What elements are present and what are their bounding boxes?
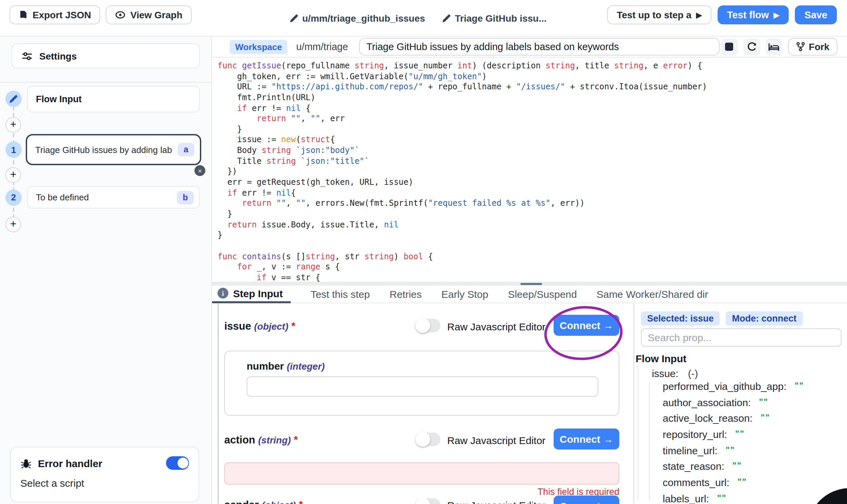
raw-js-toggle-sender[interactable] [415, 498, 440, 504]
empty-string-value: "" [738, 477, 747, 487]
raw-js-toggle-action[interactable] [415, 433, 440, 446]
prop-tree-item[interactable]: timeline_url:"" [663, 445, 804, 461]
prop-tree-item[interactable]: performed_via_github_app:"" [663, 380, 804, 396]
collapse-indicator[interactable]: (-) [688, 367, 698, 379]
code-line: } [218, 209, 844, 220]
selected-badge: Selected: issue [641, 311, 720, 326]
prop-tree-root[interactable]: issue:(-) [652, 367, 698, 379]
restart-button[interactable] [743, 38, 760, 55]
sleep-button[interactable] [765, 38, 782, 55]
file-export-icon [19, 10, 28, 20]
stop-button[interactable] [721, 38, 738, 55]
prop-tree-children: performed_via_github_app:""author_associ… [663, 380, 804, 504]
prop-tree-item[interactable]: repository_url:"" [663, 429, 804, 445]
code-line: err = getRequest(gh_token, URL, issue) [218, 177, 844, 188]
raw-js-label: Raw Javascript Editor [447, 321, 546, 332]
error-handler-label: Error handler [38, 457, 160, 469]
empty-string-value: "" [761, 413, 770, 423]
tab-early-stop[interactable]: Early Stop [442, 288, 488, 300]
top-header: Export JSON View Graph u/mm/triage_githu… [0, 0, 847, 37]
add-step-button[interactable]: + [5, 117, 21, 132]
issue-object-box: number (integer) [224, 351, 619, 416]
field-label-number: number (integer) [247, 360, 325, 372]
windmill-flow-editor: Export JSON View Graph u/mm/triage_githu… [0, 0, 847, 504]
flow-summary-input[interactable] [359, 38, 719, 55]
empty-string-value: "" [794, 381, 804, 391]
code-line: func getIssue(repo_fullname string, issu… [218, 61, 844, 71]
tab-step-input[interactable]: i Step Input [212, 285, 291, 303]
flow-title-crumb[interactable]: Triage GitHub issu... [443, 13, 547, 24]
code-line: Title string `json:"title"` [218, 156, 844, 167]
connect-button-action[interactable]: Connect → [554, 429, 619, 450]
connect-button-sender[interactable]: Connect → [554, 496, 619, 504]
test-flow-button[interactable]: Test flow ▶ [718, 5, 789, 24]
code-line [218, 241, 844, 252]
connect-button-issue[interactable]: Connect → [554, 315, 619, 336]
tab-sleep-suspend[interactable]: Sleep/Suspend [508, 288, 577, 300]
tab-test-this-step[interactable]: Test this step [311, 288, 370, 300]
empty-string-value: "" [726, 446, 735, 455]
error-handler-select-script[interactable]: Select a script [20, 477, 189, 489]
code-line: } [218, 231, 844, 241]
add-step-button[interactable]: + [5, 216, 21, 232]
prop-tree-item[interactable]: author_association:"" [663, 396, 804, 412]
code-editor[interactable]: func getIssue(repo_fullname string, issu… [218, 61, 844, 282]
code-line: for _, v := range s { [218, 262, 844, 272]
code-line: } [218, 125, 844, 135]
code-line: issue := new(struct{ [218, 135, 844, 146]
workspace-badge: Workspace [230, 40, 287, 54]
settings-label: Settings [39, 50, 76, 61]
play-icon: ▶ [774, 11, 779, 19]
close-icon: × [198, 167, 202, 174]
bug-icon [20, 457, 32, 469]
prop-tree-item[interactable]: comments_url:"" [663, 476, 804, 492]
sliders-icon [22, 50, 33, 61]
panel-resize-handle[interactable] [212, 282, 847, 286]
search-prop-input[interactable] [641, 328, 842, 347]
field-label-action: action (string) * [224, 434, 298, 446]
tree-guide-line [638, 366, 638, 500]
pencil-icon [290, 14, 298, 22]
flow-path-crumb[interactable]: u/mm/triage_github_issues [290, 13, 425, 24]
raw-js-label: Raw Javascript Editor [447, 500, 546, 504]
settings-button[interactable]: Settings [12, 43, 200, 68]
action-input-invalid[interactable] [224, 462, 619, 485]
raw-js-toggle-issue[interactable] [415, 319, 440, 332]
fork-button[interactable]: Fork [788, 38, 837, 55]
step-node-b[interactable]: To be defined b [27, 186, 200, 209]
export-json-label: Export JSON [33, 10, 91, 20]
field-label-issue: issue (object) * [224, 320, 295, 332]
code-line: }) [218, 167, 844, 177]
view-graph-button[interactable]: View Graph [106, 5, 192, 24]
flow-sidebar: Settings Flow Input + 1 Triage GitHub is… [0, 37, 212, 504]
save-button[interactable]: Save [795, 5, 837, 24]
tree-guide-line [649, 382, 650, 500]
code-line: gh_token, err := wmill.GetVariable("u/mm… [218, 71, 844, 82]
prop-tree-item[interactable]: state_reason:"" [663, 461, 804, 476]
error-handler-card: Error handler Select a script [10, 447, 199, 502]
flow-input-pencil-badge [5, 91, 22, 107]
code-line: fmt.Println(URL) [218, 93, 844, 103]
code-line: return "", "", err [218, 114, 844, 124]
export-json-button[interactable]: Export JSON [10, 5, 101, 24]
tab-retries[interactable]: Retries [390, 288, 422, 300]
code-line: if v == str { [218, 273, 844, 282]
prop-tree-item[interactable]: active_lock_reason:"" [663, 413, 804, 429]
add-step-button[interactable]: + [5, 167, 21, 182]
tab-same-worker[interactable]: Same Worker/Shared dir [597, 288, 708, 300]
prop-tree-item[interactable]: labels_url:"" [663, 493, 804, 504]
step-node-a[interactable]: Triage GitHub issues by adding labels ..… [26, 134, 201, 165]
eye-icon [116, 11, 126, 19]
play-icon: ▶ [696, 11, 702, 19]
breadcrumb: u/mm/triage_github_issues Triage GitHub … [290, 0, 547, 37]
raw-js-label: Raw Javascript Editor [447, 435, 546, 446]
test-up-to-step-button[interactable]: Test up to step a ▶ [607, 5, 711, 24]
resize-handle-thumb [520, 283, 542, 285]
fork-icon [796, 42, 805, 51]
number-input[interactable] [247, 376, 598, 397]
delete-step-button[interactable]: × [194, 165, 205, 176]
empty-string-value: "" [717, 493, 727, 503]
flow-toolbar: Workspace u/mm/triage Fork [212, 37, 847, 57]
error-handler-toggle[interactable] [166, 456, 189, 470]
flow-input-node[interactable]: Flow Input [27, 86, 200, 112]
